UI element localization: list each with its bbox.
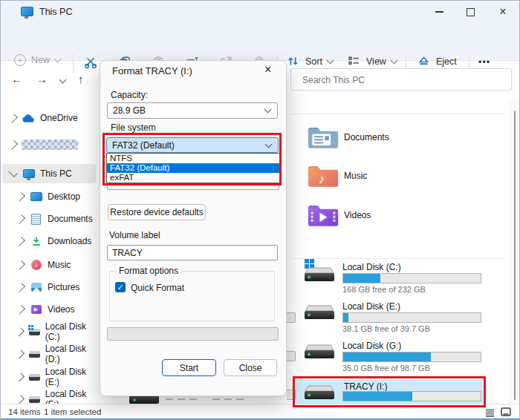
search-box[interactable] [290,68,512,91]
list-view-icon [484,408,495,418]
sidebar-item-documents[interactable]: Documents [2,209,96,229]
file-system-dropdown[interactable]: FAT32 (Default) [106,137,279,153]
view-icon [347,54,361,68]
quick-format-label: Quick Format [131,283,184,293]
drive-name[interactable]: Local Disk (E:) [342,301,400,312]
drive-name[interactable]: TRACY (I:) [344,381,387,392]
start-button[interactable]: Start [162,359,216,376]
drive-free-space: 38.1 GB free of 39.7 GB [342,324,430,333]
folder-documents[interactable] [307,125,339,154]
eject-button-label: Eject [436,56,457,67]
music-icon: ♪ [30,259,42,271]
sidebar-item-label: Music [48,260,71,270]
sidebar-item-label: Downloads [48,236,91,246]
quick-format-checkbox[interactable]: ✓ [115,282,126,292]
drive-name[interactable]: Local Disk (G:) [342,341,401,351]
sidebar-item-videos[interactable]: ▶ Videos [2,300,96,319]
videos-icon: ▶ [30,303,42,315]
maximize-icon [467,8,475,16]
sidebar-item-redacted[interactable] [2,135,96,154]
sidebar-item-this-pc[interactable]: This PC [2,164,96,183]
view-button[interactable]: View [347,54,397,68]
folder-label[interactable]: Music [344,171,367,181]
drive-usage-bar [342,312,481,323]
capacity-dropdown[interactable]: 28.9 GB [107,102,278,119]
documents-folder-icon [307,125,339,151]
sidebar-item-local-disk-e[interactable]: Local Disk (E:) [2,367,96,387]
drive-item-g[interactable] [302,339,337,364]
option-exfat[interactable]: exFAT [107,173,279,183]
sidebar-item-local-disk-c[interactable]: Local Disk (C:) [2,322,96,341]
sidebar-item-label: Local Disk (D:) [45,344,96,364]
folder-label[interactable]: Videos [344,210,371,220]
drive-name[interactable]: Local Disk (C:) [342,262,401,272]
option-fat32-selected[interactable]: FAT32 (Default) [107,163,279,173]
folder-label[interactable]: Documents [344,132,389,142]
sort-icon [286,54,300,68]
sidebar-item-pictures[interactable]: Pictures [2,278,96,297]
drive-item-e[interactable] [302,300,337,325]
eject-button[interactable]: Eject [417,54,457,68]
drive-usage-bar [342,391,481,401]
drive-usage-bar [342,352,481,362]
hidden-drive-bar-fragment [287,312,296,323]
sort-button[interactable]: Sort [286,54,333,68]
sidebar-item-downloads[interactable]: Downloads [2,232,96,251]
local-disk-icon [302,300,337,322]
hidden-text-fragment [224,398,232,400]
chevron-down-icon [54,56,62,63]
folder-videos[interactable] [307,203,339,232]
file-system-value: FAT32 (Default) [112,140,175,151]
sidebar-item-onedrive[interactable]: OneDrive [2,108,96,128]
more-options-button[interactable]: ••• [478,57,490,68]
chevron-right-icon [16,283,25,292]
chevron-down-icon [264,106,272,114]
format-options-legend: Format options [116,266,181,276]
scrollbar-thumb[interactable] [514,111,516,400]
format-progress-bar [107,327,279,341]
chevron-right-icon [8,140,18,150]
new-button[interactable]: + New [14,54,60,66]
sidebar-item-local-disk-d[interactable]: Local Disk (D:) [2,344,96,364]
dialog-close-icon[interactable]: × [264,63,271,76]
option-ntfs[interactable]: NTFS [107,154,279,163]
close-button[interactable]: × [491,1,515,22]
new-button-label: New [31,55,50,65]
chevron-down-icon [8,168,18,177]
forward-button[interactable]: → [36,73,48,85]
maximize-button[interactable] [458,1,482,22]
videos-folder-icon [307,203,339,229]
up-button[interactable]: ↑ [78,73,84,85]
cut-button[interactable] [83,55,98,73]
sidebar-item-desktop[interactable]: Desktop [2,187,96,206]
hidden-text-fragment [178,398,185,400]
sidebar-item-label: Desktop [48,191,80,202]
local-disk-icon [302,339,337,361]
redacted-pixelated-block [22,140,78,150]
close-format-button[interactable]: Close [224,359,277,376]
drive-item-c[interactable] [302,259,337,287]
folder-music[interactable]: ♪ [307,163,339,193]
volume-label-input[interactable]: TRACY [107,245,278,260]
restore-defaults-button[interactable]: Restore device defaults [108,204,206,220]
group-divider [292,114,504,114]
pictures-icon [30,281,42,293]
drive-usage-fill [343,392,412,401]
titlebar: This PC × [1,1,519,23]
sidebar-item-music[interactable]: ♪ Music [2,255,96,275]
drive-usage-fill [343,313,348,322]
back-button[interactable]: ← [11,73,22,85]
capacity-value: 28.9 GB [113,105,146,116]
download-icon [30,235,42,247]
search-input[interactable] [301,69,501,91]
items-count: 14 items [8,407,40,416]
statusbar: 14 items 1 item selected [1,404,519,419]
chevron-right-icon [8,114,18,123]
minimize-button[interactable] [427,1,451,22]
check-icon: ✓ [117,283,123,292]
recent-locations-chevron-icon[interactable] [59,76,67,84]
plus-circle-icon: + [14,54,26,66]
drive-item-tracy[interactable] [302,380,337,405]
hidden-drive-bar-fragment [287,390,296,400]
svg-text:♪: ♪ [319,171,325,186]
